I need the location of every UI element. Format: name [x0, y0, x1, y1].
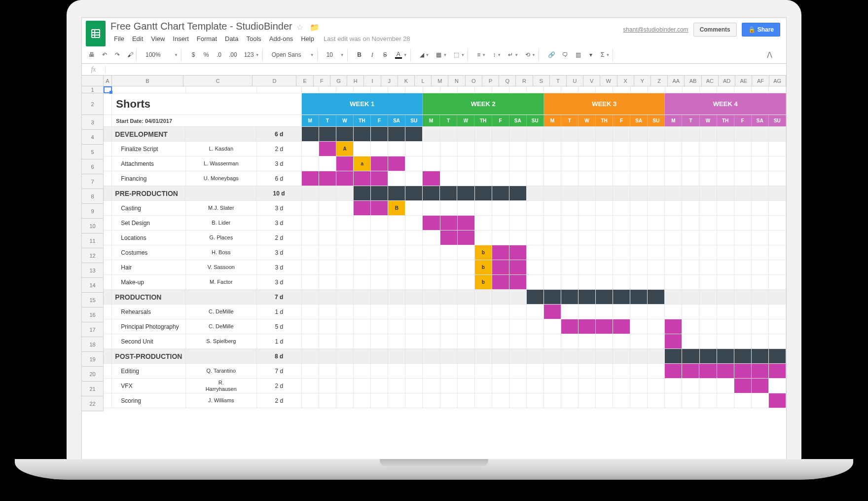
menu-edit[interactable]: Edit — [129, 33, 146, 44]
row-header[interactable]: 19 — [82, 352, 104, 367]
task-name[interactable]: Rehearsals — [112, 305, 186, 319]
day-header[interactable]: TH — [596, 115, 613, 126]
day-header[interactable]: SU — [405, 115, 423, 126]
gantt-bar-task[interactable] — [544, 305, 561, 319]
row-header[interactable]: 16 — [82, 308, 104, 322]
task-assignee[interactable]: L. Kasdan — [186, 142, 257, 156]
day-header[interactable]: W — [700, 115, 717, 126]
gantt-bar-section[interactable] — [769, 349, 786, 363]
gantt-bar-section[interactable] — [371, 127, 388, 141]
task-name[interactable]: Make-up — [112, 275, 186, 289]
week-header[interactable]: WEEK 2 — [423, 93, 544, 115]
column-header[interactable]: Z — [651, 76, 668, 86]
day-header[interactable]: SA — [388, 115, 405, 126]
column-header[interactable]: A — [104, 76, 112, 86]
column-header[interactable]: Q — [499, 76, 516, 86]
gantt-bar-task[interactable]: b — [475, 245, 492, 260]
menu-view[interactable]: View — [147, 33, 168, 44]
task-duration[interactable]: 2 d — [257, 231, 302, 245]
column-header[interactable]: J — [381, 76, 398, 86]
task-assignee[interactable]: R.Harryhausen — [186, 379, 257, 393]
day-header[interactable]: M — [665, 115, 682, 126]
gantt-bar-task[interactable]: A — [336, 142, 354, 156]
text-color-button[interactable]: A▼ — [394, 51, 408, 59]
gantt-bar-section[interactable] — [700, 349, 717, 363]
merge-cells-button[interactable]: ⬚▼ — [453, 51, 466, 58]
column-header[interactable]: AG — [769, 76, 786, 86]
gantt-bar-section[interactable] — [579, 290, 596, 304]
task-name[interactable]: Principal Photography — [112, 319, 186, 334]
task-duration[interactable]: 1 d — [257, 305, 302, 319]
gantt-bar-section[interactable] — [682, 349, 699, 363]
gantt-bar-task[interactable] — [492, 245, 509, 260]
task-duration[interactable]: 2 d — [257, 393, 302, 408]
filter-icon[interactable]: ▾ — [587, 51, 595, 58]
column-header[interactable]: S — [533, 76, 550, 86]
day-header[interactable]: SA — [509, 115, 527, 126]
task-duration[interactable]: 5 d — [257, 319, 302, 334]
gantt-bar-section[interactable] — [734, 349, 752, 363]
row-header[interactable]: 17 — [82, 322, 104, 337]
column-header[interactable]: AB — [685, 76, 701, 86]
gantt-bar-section[interactable] — [596, 290, 613, 304]
section-name[interactable]: POST-PRODUCTION — [112, 349, 185, 363]
decrease-decimals[interactable]: .0 — [215, 51, 223, 58]
day-header[interactable]: SA — [752, 115, 769, 126]
task-duration[interactable]: 1 d — [257, 334, 302, 348]
gantt-bar-task[interactable] — [699, 364, 717, 378]
task-assignee[interactable] — [185, 349, 256, 363]
day-header[interactable]: T — [682, 115, 699, 126]
day-header[interactable]: M — [544, 115, 561, 126]
task-assignee[interactable]: S. Spielberg — [186, 334, 257, 348]
task-duration[interactable]: 8 d — [256, 349, 301, 363]
row-header[interactable]: 11 — [82, 233, 104, 248]
task-assignee[interactable] — [185, 127, 256, 141]
column-header[interactable]: M — [432, 76, 448, 86]
day-header[interactable]: F — [492, 115, 509, 126]
print-icon[interactable]: 🖶 — [88, 51, 96, 58]
day-header[interactable]: M — [302, 115, 319, 126]
week-header[interactable]: WEEK 3 — [544, 93, 665, 115]
menu-tools[interactable]: Tools — [243, 33, 264, 44]
gantt-bar-task[interactable] — [492, 275, 509, 289]
column-header[interactable]: Y — [634, 76, 651, 86]
menu-add-ons[interactable]: Add-ons — [266, 33, 296, 44]
gantt-bar-section[interactable] — [405, 127, 423, 141]
row-header[interactable]: 3 — [82, 115, 104, 130]
task-assignee[interactable]: L. Wasserman — [186, 156, 257, 171]
row-header[interactable]: 6 — [82, 159, 104, 174]
column-header[interactable]: O — [466, 76, 482, 86]
text-rotation-button[interactable]: ⟲▼ — [524, 51, 537, 58]
strikethrough-button[interactable]: S — [381, 51, 389, 58]
gantt-bar-task[interactable] — [752, 364, 769, 378]
gantt-bar-task[interactable] — [717, 364, 734, 378]
week-header[interactable]: WEEK 1 — [302, 93, 423, 115]
gantt-bar-task[interactable] — [458, 216, 475, 230]
task-assignee[interactable]: G. Places — [186, 231, 257, 245]
gantt-bar-task[interactable] — [336, 171, 354, 186]
share-button[interactable]: 🔒Share — [742, 23, 780, 37]
collapse-toolbar-icon[interactable]: ᐱ — [767, 50, 782, 60]
row-header[interactable]: 15 — [82, 293, 104, 308]
gantt-bar-section[interactable] — [388, 186, 405, 200]
menu-format[interactable]: Format — [193, 33, 220, 44]
gantt-bar-section[interactable] — [613, 290, 630, 304]
task-duration[interactable]: 3 d — [257, 260, 302, 274]
gantt-bar-task[interactable] — [458, 231, 475, 245]
task-duration[interactable]: 2 d — [257, 379, 302, 393]
row-header[interactable]: 12 — [82, 248, 104, 263]
day-header[interactable]: TH — [474, 115, 492, 126]
row-header[interactable]: 9 — [82, 204, 104, 219]
task-assignee[interactable]: H. Boss — [186, 245, 257, 260]
gantt-bar-section[interactable] — [440, 186, 457, 200]
gantt-bar-section[interactable] — [648, 290, 665, 304]
format-currency[interactable]: $ — [189, 51, 197, 58]
day-header[interactable]: T — [561, 115, 579, 126]
task-assignee[interactable]: M. Factor — [186, 275, 257, 289]
gantt-bar-task[interactable]: b — [475, 260, 492, 274]
column-header[interactable]: R — [516, 76, 533, 86]
text-wrap-button[interactable]: ↵▼ — [507, 51, 519, 58]
menu-insert[interactable]: Insert — [169, 33, 192, 44]
task-duration[interactable]: 7 d — [256, 290, 301, 304]
task-assignee[interactable]: Q. Tarantino — [186, 364, 257, 378]
